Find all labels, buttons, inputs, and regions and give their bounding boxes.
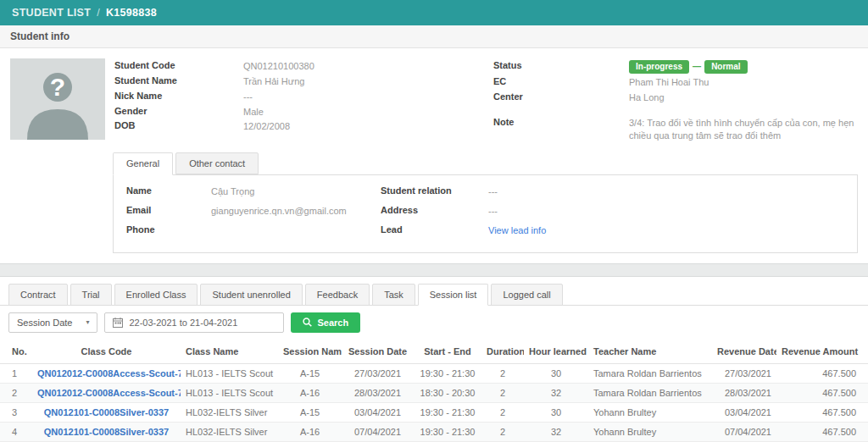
tab-logged-call[interactable]: Logged call <box>491 284 562 306</box>
table-cell: HL032-IELTS Silver <box>181 402 278 422</box>
table-row: 4QN012101-C0008Silver-0337HL032-IELTS Si… <box>0 422 868 441</box>
table-cell: 2 <box>481 402 524 422</box>
field-value: 12/02/2008 <box>243 120 493 133</box>
field-note: Note 3/4: Trao đổi về tình hình chuyển c… <box>493 117 858 142</box>
table-cell: A-16 <box>278 383 342 402</box>
field-contact-phone: Phone <box>126 224 381 235</box>
field-label: Student Name <box>114 75 243 88</box>
table-cell: Yohann Brultey <box>588 422 712 441</box>
breadcrumb-section[interactable]: STUDENT LIST <box>12 7 91 19</box>
table-header-row: No. Class Code Class Name Session Name S… <box>0 340 868 364</box>
calendar-icon <box>113 318 123 328</box>
field-label: DOB <box>114 120 243 133</box>
table-cell: HL013 - IELTS Scout <box>181 363 278 383</box>
table-cell: 32 <box>524 422 588 441</box>
table-cell: 467.500 <box>776 383 868 402</box>
field-value: QN01210100380 <box>243 60 493 73</box>
search-button-label: Search <box>317 318 348 328</box>
table-cell: Yohann Brultey <box>588 402 712 422</box>
tab-feedback[interactable]: Feedback <box>305 284 370 306</box>
col-header-session-date: Session Date <box>342 340 414 364</box>
field-contact-name: Name Cậu Trọng <box>126 185 381 198</box>
col-header-revenue-amount: Revenue Amount <box>776 340 868 364</box>
contact-tabs: General Other contact <box>113 152 858 174</box>
table-cell: Tamara Roldan Barrientos <box>588 363 712 383</box>
table-row: 3QN012101-C0008Silver-0337HL032-IELTS Si… <box>0 402 868 422</box>
page: STUDENT LIST / K1598838 Student info ? <box>0 0 868 442</box>
table-cell: 19:30 - 21:30 <box>414 402 481 422</box>
field-label: Nick Name <box>114 91 243 103</box>
table-cell: 30 <box>524 363 588 383</box>
date-range-input[interactable]: 22-03-2021 to 21-04-2021 <box>104 312 284 333</box>
field-nick-name: Nick Name --- <box>114 91 493 103</box>
table-cell: 2 <box>0 383 32 402</box>
col-header-duration: Duration <box>481 340 524 364</box>
tab-enrolled-class[interactable]: Enrolled Class <box>114 284 198 306</box>
date-range-value: 22-03-2021 to 21-04-2021 <box>129 318 237 328</box>
tab-contract[interactable]: Contract <box>8 284 68 306</box>
class-code-link[interactable]: QN012101-C0008Silver-0337 <box>44 407 169 417</box>
field-contact-email: Email gianguyenrice.qn.vn@gmail.com <box>126 205 381 218</box>
table-cell: QN012101-C0008Silver-0337 <box>32 402 181 422</box>
session-table: No. Class Code Class Name Session Name S… <box>0 340 868 442</box>
field-label: Address <box>381 205 488 218</box>
class-code-link[interactable]: QN012012-C0008Access-Scout-7319 <box>37 388 181 398</box>
table-cell: 2 <box>481 383 524 402</box>
field-value: Trần Hải Hưng <box>243 75 493 88</box>
date-field-select-label: Session Date <box>17 318 72 328</box>
tab-other-contact[interactable]: Other contact <box>175 152 259 174</box>
detail-tabs: Contract Trial Enrolled Class Student un… <box>0 277 868 306</box>
tab-session-list[interactable]: Session list <box>418 284 489 306</box>
tab-trial[interactable]: Trial <box>70 284 112 306</box>
contact-box: Name Cậu Trọng Email gianguyenrice.qn.vn… <box>113 174 858 253</box>
field-value: --- <box>488 205 844 218</box>
class-code-link[interactable]: QN012101-C0008Silver-0337 <box>44 427 169 437</box>
student-fields-left: Student Code QN01210100380 Student Name … <box>114 60 493 144</box>
field-label: Center <box>493 91 629 104</box>
field-value: Cậu Trọng <box>211 185 381 198</box>
field-label: Gender <box>114 106 243 119</box>
breadcrumb-student-id: K1598838 <box>106 7 157 19</box>
field-student-relation: Student relation --- <box>381 185 844 198</box>
col-header-class-code: Class Code <box>32 340 181 364</box>
table-row: 2QN012012-C0008Access-Scout-7319HL013 - … <box>0 383 868 402</box>
table-cell: 30 <box>524 402 588 422</box>
field-label: Student Code <box>114 60 243 73</box>
tab-student-unenrolled[interactable]: Student unenrolled <box>200 284 302 306</box>
tab-task[interactable]: Task <box>372 284 415 306</box>
status-badge-normal: Normal <box>704 60 747 74</box>
table-cell: 2 <box>481 363 524 383</box>
table-cell: 07/04/2021 <box>712 422 776 441</box>
class-code-link[interactable]: QN012012-C0008Access-Scout-7319 <box>37 368 181 378</box>
table-cell: A-16 <box>278 422 342 441</box>
col-header-teacher-name: Teacher Name <box>588 340 712 364</box>
session-filter-row: Session Date ▾ 22-03-2021 to 21-04-2021 <box>0 306 868 340</box>
view-lead-info-link[interactable]: View lead info <box>488 225 546 235</box>
search-button[interactable]: Search <box>291 312 360 333</box>
field-value: Male <box>243 106 493 119</box>
detail-tabs-panel: Contract Trial Enrolled Class Student un… <box>0 276 868 442</box>
table-cell: 4 <box>0 422 32 441</box>
field-value: --- <box>243 91 493 103</box>
table-cell: 467.500 <box>776 422 868 441</box>
topbar: STUDENT LIST / K1598838 <box>0 0 868 25</box>
table-cell: 32 <box>524 383 588 402</box>
table-cell: 2 <box>481 422 524 441</box>
table-cell: 27/03/2021 <box>712 363 776 383</box>
field-value: Pham Thi Hoai Thu <box>629 76 858 89</box>
tab-general[interactable]: General <box>113 152 173 175</box>
field-address: Address --- <box>381 205 844 218</box>
field-status: Status In-progress — Normal <box>493 60 858 74</box>
table-cell: A-15 <box>278 402 342 422</box>
col-header-start-end: Start - End <box>414 340 481 364</box>
date-field-select[interactable]: Session Date ▾ <box>8 312 97 333</box>
table-cell: A-15 <box>278 363 342 383</box>
table-cell: 28/03/2021 <box>712 383 776 402</box>
table-cell: 07/04/2021 <box>342 422 414 441</box>
table-cell: HL013 - IELTS Scout <box>181 383 278 402</box>
avatar-placeholder-icon: ? <box>10 58 105 140</box>
col-header-revenue-date: Revenue Date <box>712 340 776 364</box>
table-cell: 1 <box>0 363 32 383</box>
col-header-no: No. <box>0 340 32 364</box>
field-label: Name <box>126 185 211 198</box>
